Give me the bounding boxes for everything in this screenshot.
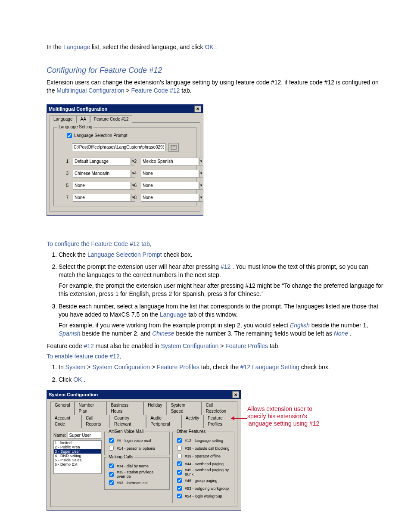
language-dropdown[interactable]: ▼ — [141, 158, 193, 165]
tab[interactable]: General — [50, 401, 75, 415]
tab-language[interactable]: Language — [50, 115, 77, 123]
feature-checkbox[interactable]: #35 - station privilege override — [107, 470, 167, 479]
checkbox-label: ## - login voice mail — [117, 439, 151, 443]
checkbox-label: #34 - dial by name — [117, 464, 149, 468]
feature-checkbox[interactable]: #46 - group paging — [175, 477, 231, 484]
language-dropdown[interactable]: ▼ — [73, 158, 125, 165]
language-dropdown[interactable]: ▼ — [141, 170, 193, 177]
tab-panel: Language Setting Language Selection Prom… — [50, 122, 200, 212]
list-item[interactable]: 3 - Super User — [54, 449, 101, 454]
dialog-title: System Configuration — [49, 392, 98, 397]
other-features-group: Other Features #12 - language setting#38… — [172, 432, 234, 503]
text: Click — [59, 376, 73, 383]
profile-listbox[interactable]: 1 - limited2 - Public Area3 - Super User… — [53, 440, 102, 474]
dropdown-value[interactable] — [73, 158, 131, 165]
text: For example, if you were working from th… — [59, 322, 290, 329]
tab-feature-code-12[interactable]: Feature Code #12 — [90, 115, 133, 123]
language-dropdown[interactable]: ▼ — [73, 194, 125, 202]
feature-checkbox[interactable]: #45 - overhead paging by trunk — [175, 468, 231, 476]
checkbox-label: #93 - intercom call — [117, 481, 149, 485]
checkbox-icon[interactable] — [109, 446, 114, 451]
checkbox-icon[interactable] — [177, 494, 182, 498]
chevron-down-icon[interactable]: ▼ — [199, 158, 203, 165]
tab[interactable]: System Speed — [167, 401, 202, 415]
dropdown-value[interactable] — [141, 170, 199, 177]
tab[interactable]: Account Code — [50, 415, 81, 428]
dialog-title: Multilingual Configuration — [49, 106, 107, 112]
checkbox-icon[interactable] — [177, 461, 182, 466]
list-item[interactable]: 2 - Public Area — [54, 445, 101, 449]
checkbox-icon[interactable] — [177, 454, 182, 458]
lang-slot-number: 4 — [129, 170, 137, 177]
list-item[interactable]: 5 - Inside Sales — [54, 458, 101, 462]
group-label: AltiGen Voice Mail — [107, 429, 145, 434]
text: beside the number 1, — [311, 322, 368, 329]
feature-checkbox[interactable]: #44 - overhead paging — [175, 460, 231, 467]
checkbox-icon[interactable] — [109, 472, 114, 477]
text: In the — [47, 44, 63, 50]
checkbox-label: #38 - outside call blocking — [185, 446, 230, 451]
feature-checkbox[interactable]: #39 - operator offline — [175, 452, 231, 460]
feature-checkbox[interactable]: #53 - outgoing workgroup — [175, 485, 231, 492]
feature-checkbox[interactable]: #12 - language setting — [175, 437, 231, 444]
dropdown-value[interactable] — [73, 170, 131, 177]
feature-checkbox[interactable]: #38 - outside call blocking — [175, 445, 231, 452]
profile-name-input[interactable] — [68, 432, 101, 439]
ok-label: OK — [205, 44, 213, 50]
language-dropdown[interactable]: ▼ — [141, 194, 193, 202]
tab[interactable]: Call Restriction — [202, 401, 237, 415]
dropdown-value[interactable] — [141, 158, 199, 165]
lang-setting-label: #12 Language Setting — [240, 364, 299, 370]
language-dropdown[interactable]: ▼ — [141, 182, 193, 190]
tab[interactable]: Country Relevant — [110, 415, 146, 428]
tab[interactable]: Holiday — [143, 401, 166, 415]
step-2-example: For example, the prompt the extension us… — [59, 282, 384, 298]
language-dropdown[interactable]: ▼ — [73, 182, 125, 190]
system-label: System — [65, 364, 86, 370]
dropdown-value[interactable] — [73, 182, 131, 190]
checkbox-icon[interactable] — [177, 470, 182, 475]
dropdown-value[interactable] — [73, 194, 131, 202]
name-label: Name: — [53, 433, 66, 438]
feature-checkbox[interactable]: #93 - intercom call — [107, 479, 167, 486]
checkbox-icon[interactable] — [177, 446, 182, 451]
feature-checkbox[interactable]: #54 - login workgroup — [175, 492, 231, 500]
checkbox-icon[interactable] — [109, 480, 114, 485]
checkbox-icon[interactable] — [67, 133, 72, 138]
list-item[interactable]: 4 - DND setting — [54, 454, 101, 458]
checkbox-label: #12 - language setting — [185, 439, 223, 443]
close-icon[interactable]: ✕ — [194, 106, 201, 112]
feature-checkbox[interactable]: ## - login voice mail — [107, 437, 167, 444]
close-icon[interactable]: ✕ — [232, 391, 239, 398]
chevron-down-icon[interactable]: ▼ — [199, 170, 203, 177]
tab[interactable]: Activity — [181, 415, 204, 428]
checkbox-icon[interactable] — [177, 478, 182, 483]
checkbox-icon[interactable] — [177, 438, 182, 443]
tab[interactable]: Business Hours — [106, 401, 143, 415]
browse-icon[interactable] — [168, 143, 179, 152]
language-selection-prompt-checkbox[interactable]: Language Selection Prompt — [65, 132, 193, 140]
text: In — [59, 364, 65, 370]
text: Select the prompt the extension user wil… — [59, 263, 221, 270]
prompt-path-input[interactable] — [72, 143, 166, 151]
tab[interactable]: Call Reports — [81, 415, 110, 428]
chevron-down-icon[interactable]: ▼ — [199, 182, 203, 190]
dropdown-value[interactable] — [141, 194, 199, 202]
feature-checkbox[interactable]: #14 - personal options — [107, 445, 167, 452]
text: check box. — [164, 251, 193, 258]
list-item[interactable]: 6 - Demo Ext — [54, 462, 101, 467]
system-config-label: System Configuration — [161, 342, 218, 349]
tab[interactable]: Audio Peripheral — [146, 415, 181, 428]
ok-label: OK — [73, 376, 82, 383]
tab-aa[interactable]: AA — [77, 115, 90, 123]
feature-checkbox[interactable]: #34 - dial by name — [107, 462, 167, 470]
list-item[interactable]: 1 - limited — [54, 441, 101, 445]
chinese-label: Chinese — [152, 330, 174, 337]
checkbox-icon[interactable] — [177, 486, 182, 491]
tab[interactable]: Number Plan — [75, 401, 107, 415]
checkbox-icon[interactable] — [109, 438, 114, 443]
chevron-down-icon[interactable]: ▼ — [199, 194, 203, 202]
language-dropdown[interactable]: ▼ — [73, 170, 125, 177]
dropdown-value[interactable] — [141, 182, 199, 190]
checkbox-icon[interactable] — [109, 464, 114, 468]
